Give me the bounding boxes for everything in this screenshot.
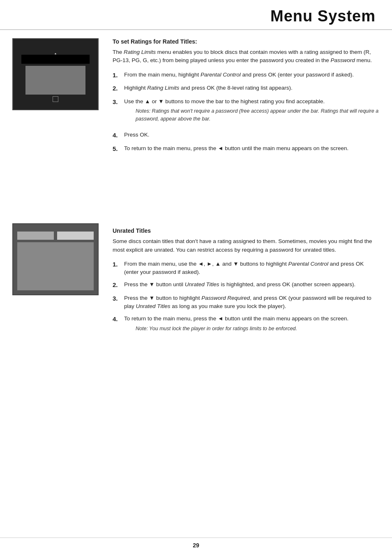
rated-step-2: 2. Highlight Rating Limits and press OK …: [113, 84, 380, 93]
unrated-step-1: 1. From the main menu, use the ◄, ►, ▲ a…: [113, 260, 380, 277]
top-bar-right: [57, 232, 94, 240]
screen-mockup-bottom-wrapper: [12, 223, 103, 295]
page-title: Menu System: [0, 7, 376, 25]
unrated-step-3: 3. Press the ▼ button to highlight Passw…: [113, 294, 380, 311]
page-footer: 29: [0, 537, 392, 549]
right-column: To set Ratings for Rated Titles: The Rat…: [113, 38, 380, 342]
unrated-steps: 1. From the main menu, use the ◄, ►, ▲ a…: [113, 260, 380, 337]
rated-section-title: To set Ratings for Rated Titles:: [113, 38, 380, 45]
screen-mockup-top: ↕: [12, 38, 99, 110]
unrated-section: Unrated Titles Some discs contain titles…: [113, 227, 380, 336]
left-column: ↕: [12, 38, 103, 342]
highlight-bar: [21, 55, 90, 64]
top-bar-left: [17, 232, 54, 240]
unrated-step-4-note: Note: You must lock the player in order …: [136, 325, 380, 333]
main-block: [17, 242, 94, 290]
rated-step-5: 5. To return to the main menu, press the…: [113, 144, 380, 154]
rated-step-3-note: Notes: Ratings that won't require a pass…: [136, 107, 380, 123]
small-square: [53, 96, 58, 102]
rated-steps: 1. From the main menu, highlight Parenta…: [113, 71, 380, 154]
rated-step-3: 3. Use the ▲ or ▼ buttons to move the ba…: [113, 97, 380, 127]
rated-step-4: 4. Press OK.: [113, 131, 380, 140]
content-area: ↕ To set Ratings for Rated Titles: The R…: [0, 38, 392, 342]
unrated-step-4: 4. To return to the main menu, press the…: [113, 315, 380, 336]
unrated-step-2: 2. Press the ▼ button until Unrated Titl…: [113, 280, 380, 290]
unrated-section-title: Unrated Titles: [113, 227, 380, 234]
screen-mockup-bottom: [12, 223, 99, 295]
page-number: 29: [193, 542, 199, 549]
top-bars: [17, 232, 94, 240]
unrated-intro: Some discs contain titles that don't hav…: [113, 237, 380, 254]
rated-step-1: 1. From the main menu, highlight Parenta…: [113, 71, 380, 80]
rated-intro: The Rating Limits menu enables you to bl…: [113, 48, 380, 65]
gray-block: [25, 66, 85, 95]
page-header: Menu System: [0, 0, 392, 30]
